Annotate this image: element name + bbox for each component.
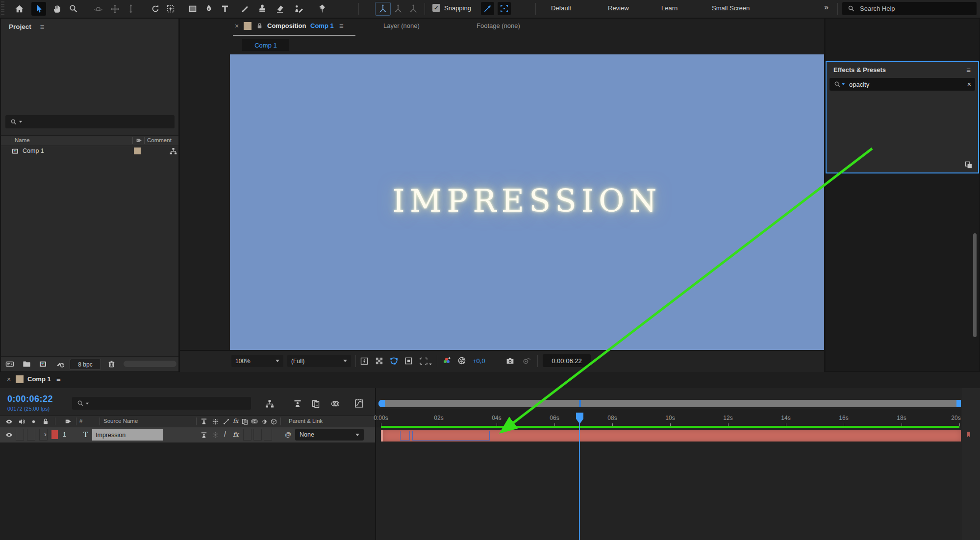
magnification-dropdown[interactable]: 100% [231, 355, 283, 367]
search-options-caret-icon[interactable] [86, 402, 89, 404]
composition-mini-flowchart-icon[interactable] [265, 399, 275, 409]
selection-tool-button[interactable] [31, 2, 46, 16]
snapshot-camera-icon[interactable] [505, 356, 515, 366]
transparency-grid-icon[interactable] [375, 356, 384, 366]
guides-options-icon[interactable] [404, 356, 413, 366]
rectangle-tool-button[interactable] [185, 2, 200, 16]
search-options-caret-icon[interactable] [19, 121, 22, 123]
audio-cell[interactable] [16, 429, 24, 441]
mask-visibility-icon[interactable] [389, 356, 399, 366]
layer-visibility-eye-icon[interactable] [5, 431, 13, 439]
brush-tool-button[interactable] [238, 2, 252, 16]
unlock-icon[interactable] [256, 22, 263, 29]
rotation-tool-button[interactable] [148, 2, 163, 16]
label-column-icon[interactable] [135, 137, 143, 144]
toolbar-grip[interactable] [1, 1, 4, 16]
hand-tool-button[interactable] [50, 2, 64, 16]
tab-layer[interactable]: Layer (none) [383, 22, 420, 29]
frame-blend-switch-icon[interactable] [241, 418, 249, 425]
timeline-timecode[interactable]: 0:00:06:22 [7, 394, 53, 404]
trash-icon[interactable] [107, 359, 116, 368]
hide-shy-layers-icon[interactable] [293, 399, 302, 409]
navigator-playhead-notch[interactable] [579, 400, 581, 407]
show-snapshot-icon[interactable] [521, 356, 531, 366]
layer-quality-icon[interactable]: / [224, 430, 226, 438]
region-of-interest-icon[interactable] [419, 356, 428, 366]
video-column-icon[interactable] [5, 417, 13, 426]
snap-bounding-box-button[interactable] [498, 2, 511, 15]
new-composition-icon[interactable] [38, 360, 48, 368]
adjustment-cell[interactable] [264, 429, 272, 441]
tab-footage[interactable]: Footage (none) [477, 22, 520, 29]
home-button[interactable] [12, 2, 26, 16]
project-search-box[interactable] [5, 115, 175, 128]
comp-marker-bin-icon[interactable] [964, 430, 973, 439]
layer-shy-icon[interactable] [200, 431, 208, 439]
panel-menu-icon[interactable]: ≡ [339, 22, 344, 30]
layer-collapse-icon[interactable] [212, 431, 219, 439]
frame-blend-cell[interactable] [243, 429, 251, 441]
new-folder-icon[interactable] [22, 359, 31, 368]
motion-blur-icon[interactable] [330, 399, 340, 409]
work-area-bar[interactable] [378, 400, 963, 407]
puppet-pin-tool-button[interactable] [314, 2, 329, 16]
collapse-switch-icon[interactable] [212, 418, 219, 425]
view-axis-mode-button[interactable] [406, 2, 421, 16]
layer-name-plate[interactable]: Impression [92, 429, 163, 441]
panel-menu-icon[interactable]: ≡ [966, 66, 971, 74]
audio-column-icon[interactable] [18, 417, 26, 426]
help-search-box[interactable]: Search Help [842, 2, 977, 15]
workspace-overflow-chevron[interactable]: » [824, 3, 829, 12]
exposure-value[interactable]: +0,0 [473, 357, 485, 365]
snapping-checkbox[interactable]: ✓ [432, 4, 440, 12]
tab-composition-target[interactable]: Comp 1 [310, 22, 334, 29]
label-column-icon[interactable] [64, 417, 72, 425]
column-header-comment[interactable]: Comment [147, 137, 172, 143]
pan-camera-tool-button[interactable] [107, 2, 122, 16]
project-panel-header[interactable]: Project ≡ [1, 19, 178, 34]
timeline-search-box[interactable] [72, 397, 251, 410]
time-ruler[interactable]: 0:00s 02s 04s 06s 08s 10s 12s 14s 16s 18… [376, 409, 961, 427]
roto-brush-tool-button[interactable] [291, 2, 306, 16]
workspace-tab-default[interactable]: Default [551, 4, 571, 12]
workspace-tab-review[interactable]: Review [608, 4, 629, 12]
world-axis-mode-button[interactable] [391, 2, 405, 16]
new-animation-preset-icon[interactable] [964, 160, 973, 170]
layer-row-impression[interactable]: › 1 T Impression / fx @ None [0, 427, 375, 443]
dolly-camera-tool-button[interactable] [124, 2, 138, 16]
column-header-parent-link[interactable]: Parent & Link [289, 418, 323, 424]
clear-search-icon[interactable]: × [967, 80, 971, 88]
effects-panel-header[interactable]: Effects & Presets ≡ [827, 62, 978, 77]
adjustment-layer-switch-icon[interactable] [261, 418, 268, 425]
lock-column-icon[interactable] [42, 417, 50, 425]
eraser-tool-button[interactable] [273, 2, 287, 16]
layer-color-swatch[interactable] [51, 430, 58, 439]
shy-switch-icon[interactable] [200, 417, 208, 425]
layer-name[interactable]: Impression [96, 432, 126, 439]
motion-blur-cell[interactable] [253, 429, 262, 441]
local-axis-mode-button[interactable] [375, 2, 391, 16]
color-channels-icon[interactable] [442, 356, 452, 366]
panel-menu-icon[interactable]: ≡ [56, 375, 61, 383]
resolution-dropdown[interactable]: (Full) [287, 355, 351, 367]
fast-previews-icon[interactable] [359, 356, 369, 366]
solo-column-icon[interactable] [30, 418, 37, 425]
exposure-icon[interactable] [457, 356, 467, 366]
solo-cell[interactable] [27, 429, 35, 441]
pen-tool-button[interactable] [201, 2, 216, 16]
column-header-source-name[interactable]: Source Name [103, 418, 138, 424]
search-options-caret-icon[interactable] [842, 83, 845, 85]
frame-blend-icon[interactable] [311, 399, 321, 409]
sidebar-scrollbar[interactable] [973, 233, 977, 337]
column-header-name[interactable]: Name [15, 137, 30, 143]
workspace-tab-learn[interactable]: Learn [661, 4, 678, 12]
bit-depth-button[interactable]: 8 bpc [70, 359, 101, 370]
timeline-tab-label[interactable]: Comp 1 [27, 375, 51, 383]
viewer-subtab-comp1[interactable]: Comp 1 [242, 39, 289, 51]
column-header-number[interactable]: # [79, 418, 82, 424]
label-color-swatch[interactable] [134, 147, 141, 154]
parent-link-dropdown[interactable]: None [295, 429, 364, 441]
close-icon[interactable]: × [235, 22, 239, 30]
close-icon[interactable]: × [7, 375, 11, 383]
snap-to-feature-button[interactable] [481, 2, 494, 15]
